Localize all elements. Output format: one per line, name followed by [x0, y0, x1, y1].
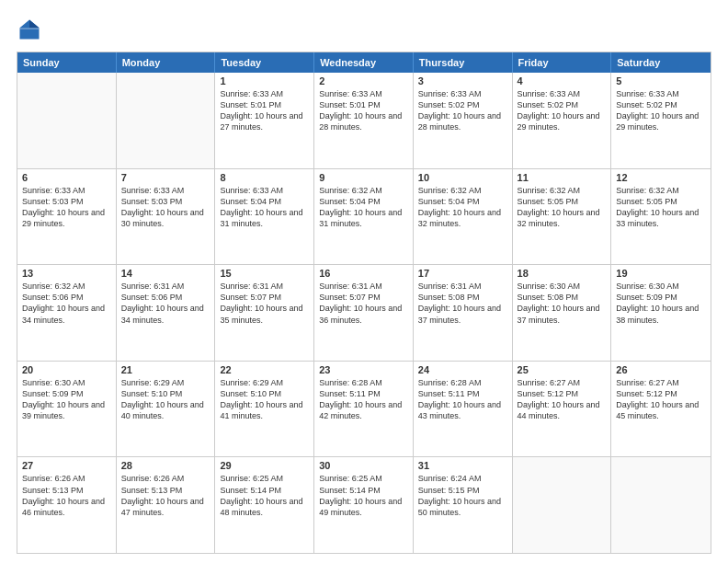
day-number: 31 [418, 460, 507, 471]
cal-cell: 24Sunrise: 6:28 AMSunset: 5:11 PMDayligh… [414, 362, 513, 457]
cell-details: Sunrise: 6:32 AMSunset: 5:05 PMDaylight:… [518, 185, 607, 230]
day-number: 16 [319, 268, 408, 279]
cell-details: Sunrise: 6:31 AMSunset: 5:08 PMDaylight:… [418, 281, 507, 326]
day-number: 18 [518, 268, 607, 279]
day-number: 23 [319, 364, 408, 375]
day-number: 24 [418, 364, 507, 375]
cell-details: Sunrise: 6:33 AMSunset: 5:02 PMDaylight:… [418, 88, 507, 133]
calendar: SundayMondayTuesdayWednesdayThursdayFrid… [17, 52, 711, 554]
week-row-4: 20Sunrise: 6:30 AMSunset: 5:09 PMDayligh… [17, 361, 711, 457]
day-number: 4 [518, 75, 607, 86]
cal-cell: 9Sunrise: 6:32 AMSunset: 5:04 PMDaylight… [314, 169, 414, 265]
day-number: 11 [518, 172, 607, 183]
cell-details: Sunrise: 6:32 AMSunset: 5:06 PMDaylight:… [22, 281, 111, 326]
cal-cell: 30Sunrise: 6:25 AMSunset: 5:14 PMDayligh… [314, 457, 414, 553]
header-day-saturday: Saturday [611, 52, 711, 73]
cal-cell: 4Sunrise: 6:33 AMSunset: 5:02 PMDaylight… [513, 73, 612, 168]
day-number: 8 [220, 172, 309, 183]
cal-cell: 17Sunrise: 6:31 AMSunset: 5:08 PMDayligh… [414, 265, 513, 361]
header-day-friday: Friday [513, 52, 612, 73]
day-number: 20 [22, 364, 111, 375]
day-number: 21 [121, 364, 210, 375]
svg-marker-1 [29, 20, 40, 29]
cell-details: Sunrise: 6:29 AMSunset: 5:10 PMDaylight:… [121, 377, 210, 422]
cal-cell: 25Sunrise: 6:27 AMSunset: 5:12 PMDayligh… [513, 362, 612, 457]
day-number: 27 [22, 460, 111, 471]
day-number: 17 [418, 268, 507, 279]
cal-cell [117, 73, 216, 168]
cal-cell: 11Sunrise: 6:32 AMSunset: 5:05 PMDayligh… [513, 169, 612, 265]
week-row-2: 6Sunrise: 6:33 AMSunset: 5:03 PMDaylight… [17, 168, 711, 265]
cell-details: Sunrise: 6:33 AMSunset: 5:03 PMDaylight:… [22, 185, 111, 230]
svg-rect-2 [20, 28, 40, 29]
cell-details: Sunrise: 6:28 AMSunset: 5:11 PMDaylight:… [319, 377, 408, 422]
cal-cell: 7Sunrise: 6:33 AMSunset: 5:03 PMDaylight… [117, 169, 216, 265]
cal-cell: 16Sunrise: 6:31 AMSunset: 5:07 PMDayligh… [314, 265, 414, 361]
cal-cell [611, 457, 711, 553]
cell-details: Sunrise: 6:33 AMSunset: 5:02 PMDaylight:… [616, 88, 706, 133]
cell-details: Sunrise: 6:25 AMSunset: 5:14 PMDaylight:… [220, 473, 309, 518]
day-number: 5 [616, 75, 706, 86]
day-number: 13 [22, 268, 111, 279]
header-day-monday: Monday [117, 52, 216, 73]
day-number: 2 [319, 75, 408, 86]
header-day-tuesday: Tuesday [215, 52, 314, 73]
cal-cell [17, 73, 117, 168]
cell-details: Sunrise: 6:32 AMSunset: 5:04 PMDaylight:… [319, 185, 408, 230]
header-day-thursday: Thursday [414, 52, 513, 73]
header [17, 17, 711, 42]
day-number: 7 [121, 172, 210, 183]
cell-details: Sunrise: 6:31 AMSunset: 5:07 PMDaylight:… [319, 281, 408, 326]
cal-cell: 26Sunrise: 6:27 AMSunset: 5:12 PMDayligh… [611, 362, 711, 457]
cal-cell: 27Sunrise: 6:26 AMSunset: 5:13 PMDayligh… [17, 457, 117, 553]
cal-cell: 15Sunrise: 6:31 AMSunset: 5:07 PMDayligh… [215, 265, 314, 361]
cal-cell: 18Sunrise: 6:30 AMSunset: 5:08 PMDayligh… [513, 265, 612, 361]
cell-details: Sunrise: 6:33 AMSunset: 5:03 PMDaylight:… [121, 185, 210, 230]
day-number: 26 [616, 364, 706, 375]
cell-details: Sunrise: 6:30 AMSunset: 5:08 PMDaylight:… [518, 281, 607, 326]
page: SundayMondayTuesdayWednesdayThursdayFrid… [0, 0, 728, 563]
cell-details: Sunrise: 6:26 AMSunset: 5:13 PMDaylight:… [22, 473, 111, 518]
day-number: 3 [418, 75, 507, 86]
cell-details: Sunrise: 6:29 AMSunset: 5:10 PMDaylight:… [220, 377, 309, 422]
week-row-1: 1Sunrise: 6:33 AMSunset: 5:01 PMDaylight… [17, 73, 711, 168]
cell-details: Sunrise: 6:30 AMSunset: 5:09 PMDaylight:… [616, 281, 706, 326]
cell-details: Sunrise: 6:27 AMSunset: 5:12 PMDaylight:… [518, 377, 607, 422]
logo [17, 17, 46, 42]
day-number: 9 [319, 172, 408, 183]
cal-cell: 14Sunrise: 6:31 AMSunset: 5:06 PMDayligh… [117, 265, 216, 361]
day-number: 19 [616, 268, 706, 279]
cal-cell: 29Sunrise: 6:25 AMSunset: 5:14 PMDayligh… [215, 457, 314, 553]
cal-cell: 20Sunrise: 6:30 AMSunset: 5:09 PMDayligh… [17, 362, 117, 457]
cell-details: Sunrise: 6:27 AMSunset: 5:12 PMDaylight:… [616, 377, 706, 422]
week-row-5: 27Sunrise: 6:26 AMSunset: 5:13 PMDayligh… [17, 456, 711, 553]
day-number: 12 [616, 172, 706, 183]
cal-cell: 12Sunrise: 6:32 AMSunset: 5:05 PMDayligh… [611, 169, 711, 265]
cal-cell: 2Sunrise: 6:33 AMSunset: 5:01 PMDaylight… [314, 73, 414, 168]
cell-details: Sunrise: 6:33 AMSunset: 5:01 PMDaylight:… [220, 88, 309, 133]
week-row-3: 13Sunrise: 6:32 AMSunset: 5:06 PMDayligh… [17, 264, 711, 361]
cell-details: Sunrise: 6:31 AMSunset: 5:06 PMDaylight:… [121, 281, 210, 326]
day-number: 6 [22, 172, 111, 183]
header-day-sunday: Sunday [17, 52, 117, 73]
cal-cell: 10Sunrise: 6:32 AMSunset: 5:04 PMDayligh… [414, 169, 513, 265]
cell-details: Sunrise: 6:26 AMSunset: 5:13 PMDaylight:… [121, 473, 210, 518]
day-number: 29 [220, 460, 309, 471]
cal-cell: 5Sunrise: 6:33 AMSunset: 5:02 PMDaylight… [611, 73, 711, 168]
cal-cell: 8Sunrise: 6:33 AMSunset: 5:04 PMDaylight… [215, 169, 314, 265]
cell-details: Sunrise: 6:25 AMSunset: 5:14 PMDaylight:… [319, 473, 408, 518]
calendar-body: 1Sunrise: 6:33 AMSunset: 5:01 PMDaylight… [17, 73, 711, 553]
day-number: 10 [418, 172, 507, 183]
cell-details: Sunrise: 6:28 AMSunset: 5:11 PMDaylight:… [418, 377, 507, 422]
cal-cell: 1Sunrise: 6:33 AMSunset: 5:01 PMDaylight… [215, 73, 314, 168]
day-number: 30 [319, 460, 408, 471]
cal-cell: 28Sunrise: 6:26 AMSunset: 5:13 PMDayligh… [117, 457, 216, 553]
calendar-header: SundayMondayTuesdayWednesdayThursdayFrid… [17, 52, 711, 73]
cell-details: Sunrise: 6:32 AMSunset: 5:04 PMDaylight:… [418, 185, 507, 230]
cal-cell: 21Sunrise: 6:29 AMSunset: 5:10 PMDayligh… [117, 362, 216, 457]
day-number: 15 [220, 268, 309, 279]
cell-details: Sunrise: 6:33 AMSunset: 5:01 PMDaylight:… [319, 88, 408, 133]
day-number: 25 [518, 364, 607, 375]
cal-cell: 13Sunrise: 6:32 AMSunset: 5:06 PMDayligh… [17, 265, 117, 361]
day-number: 1 [220, 75, 309, 86]
